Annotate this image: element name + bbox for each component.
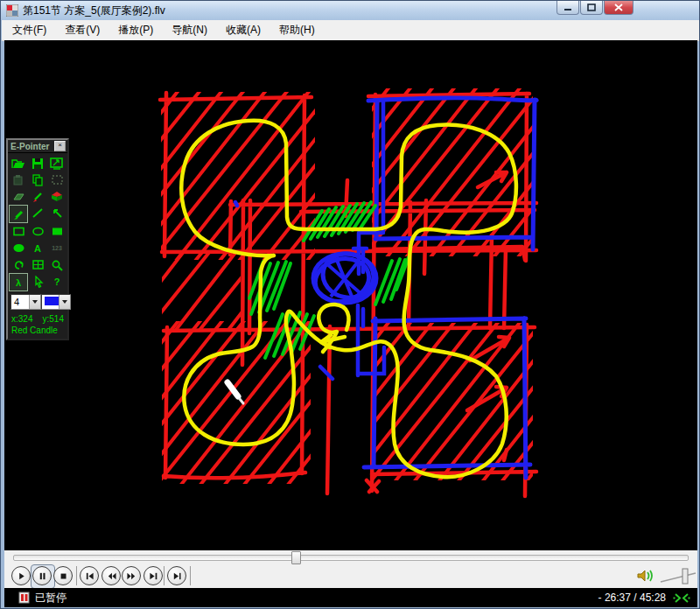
tool-line[interactable] <box>28 205 47 221</box>
playback-controls <box>4 564 697 588</box>
controls-separator <box>190 566 191 585</box>
menu-play[interactable]: 播放(P) <box>110 20 161 40</box>
tool-save[interactable] <box>28 155 47 172</box>
sync-arrows-icon <box>673 592 690 604</box>
chevron-down-icon <box>32 300 38 304</box>
maximize-button[interactable] <box>580 1 603 15</box>
pen-width-dropdown-button[interactable] <box>29 295 40 309</box>
tool-pencil[interactable] <box>9 205 28 223</box>
step-button[interactable] <box>167 566 186 585</box>
cursor-arrow-icon <box>32 276 44 288</box>
3d-shape-icon <box>51 191 63 202</box>
tool-filled-rectangle[interactable] <box>47 223 66 240</box>
tool-filled-ellipse[interactable] <box>9 240 28 256</box>
seek-row <box>4 550 697 564</box>
player-window: 第151节 方案_5(展厅案例2).flv 文件(F) 查看(V) 播放(P) … <box>0 0 700 609</box>
previous-button[interactable] <box>80 566 99 585</box>
tool-undo[interactable] <box>9 256 28 273</box>
menu-favorites[interactable]: 收藏(A) <box>218 20 269 40</box>
epointer-palette[interactable]: E-Pointer × A 123 <box>6 138 69 340</box>
maximize-icon <box>587 4 596 11</box>
fast-forward-icon <box>127 571 136 581</box>
filled-rectangle-icon <box>51 226 64 237</box>
pen-width-select[interactable]: 4 <box>10 294 41 310</box>
marker-pen-icon <box>32 191 44 203</box>
menu-view[interactable]: 查看(V) <box>57 20 108 40</box>
minimize-button[interactable] <box>556 1 579 15</box>
text-tool-icon: A <box>34 243 41 254</box>
current-tool-name: Red Candle <box>8 324 67 339</box>
filled-ellipse-icon <box>12 242 25 254</box>
seek-thumb[interactable] <box>291 551 301 564</box>
clipboard-icon <box>12 174 24 186</box>
copy-icon <box>32 174 44 186</box>
rewind-icon <box>107 571 116 581</box>
number-stamp-icon: 123 <box>52 245 62 251</box>
play-button[interactable] <box>11 566 31 585</box>
close-icon <box>614 4 623 11</box>
tool-clipboard[interactable] <box>9 172 28 188</box>
tool-pointer-wand[interactable]: λ <box>9 273 28 291</box>
tool-ellipse[interactable] <box>28 223 47 240</box>
tool-zoom[interactable] <box>47 256 66 273</box>
tool-3d-shape[interactable] <box>47 188 66 205</box>
whiteboard-icon <box>32 259 45 270</box>
tool-number-stamp[interactable]: 123 <box>47 240 66 256</box>
skip-start-icon <box>85 571 94 581</box>
chevron-down-icon <box>62 300 67 304</box>
tool-eraser[interactable] <box>9 188 28 205</box>
video-area[interactable]: E-Pointer × A 123 <box>4 40 697 550</box>
speaker-icon[interactable] <box>636 568 655 584</box>
palette-titlebar[interactable]: E-Pointer × <box>8 140 67 153</box>
tool-open[interactable] <box>9 155 28 172</box>
minimize-icon <box>564 4 572 11</box>
play-icon <box>17 571 26 581</box>
rectangle-icon <box>12 226 25 237</box>
tool-marker-pen[interactable] <box>28 188 47 205</box>
eraser-icon <box>12 191 25 202</box>
arrow-icon <box>51 207 63 219</box>
magnifier-icon <box>51 259 63 271</box>
status-bar: 已暂停 - 26:37 / 45:28 <box>4 588 697 607</box>
tool-cursor[interactable] <box>28 273 47 290</box>
selection-rect-icon <box>51 174 64 186</box>
tool-help[interactable]: ? <box>47 273 66 290</box>
stop-button[interactable] <box>53 566 73 585</box>
titlebar[interactable]: 第151节 方案_5(展厅案例2).flv <box>1 1 699 20</box>
next-button[interactable] <box>144 566 163 585</box>
tool-arrow[interactable] <box>47 205 66 221</box>
pen-color-dropdown-button[interactable] <box>59 295 70 309</box>
tool-whiteboard[interactable] <box>28 256 47 273</box>
pause-icon <box>38 571 47 581</box>
tool-select-rectangle[interactable] <box>47 172 66 188</box>
window-title: 第151节 方案_5(展厅案例2).flv <box>23 4 165 18</box>
tool-copy[interactable] <box>28 172 47 188</box>
screen-icon <box>50 158 64 170</box>
close-button[interactable] <box>604 1 634 15</box>
volume-thumb[interactable] <box>682 569 688 584</box>
rewind-button[interactable] <box>102 566 121 585</box>
palette-title: E-Pointer <box>8 142 54 151</box>
tool-rectangle[interactable] <box>9 223 28 240</box>
blue-scribble-circle <box>311 249 377 307</box>
palette-close-button[interactable]: × <box>54 141 66 151</box>
pause-button[interactable] <box>32 566 52 585</box>
pen-color-swatch <box>45 297 59 305</box>
pointer-y: y:514 <box>43 314 64 324</box>
help-icon: ? <box>54 276 60 287</box>
menu-navigate[interactable]: 导航(N) <box>164 20 215 40</box>
menu-bar: 文件(F) 查看(V) 播放(P) 导航(N) 收藏(A) 帮助(H) <box>2 20 700 41</box>
pencil-icon <box>12 208 24 220</box>
app-icon <box>6 4 18 17</box>
save-floppy-icon <box>32 158 44 170</box>
open-folder-icon <box>11 158 25 170</box>
annotation-sketch <box>4 40 697 550</box>
volume-slider[interactable] <box>659 567 697 585</box>
menu-file[interactable]: 文件(F) <box>4 20 54 40</box>
menu-help[interactable]: 帮助(H) <box>271 20 323 40</box>
tool-screen-annotate[interactable] <box>47 155 66 172</box>
seek-bar[interactable] <box>13 555 689 561</box>
pen-color-select[interactable] <box>41 294 71 310</box>
tool-text[interactable]: A <box>28 240 47 256</box>
fast-forward-button[interactable] <box>122 566 141 585</box>
